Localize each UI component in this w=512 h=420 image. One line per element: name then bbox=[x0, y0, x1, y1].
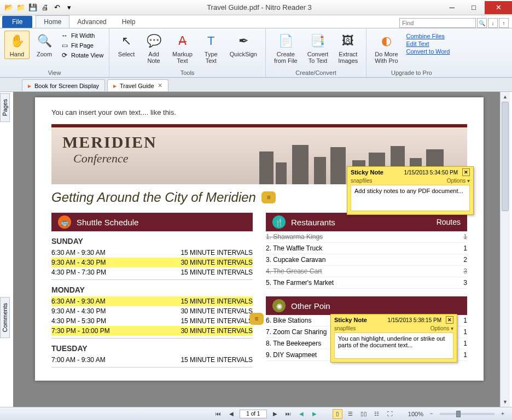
sticky-options-button[interactable]: Options ▾ bbox=[447, 178, 470, 184]
side-tab-comments[interactable]: Comments bbox=[0, 297, 10, 338]
continuous-icon[interactable]: ☰ bbox=[346, 409, 356, 419]
extract-images-button[interactable]: 🖼Extract Images bbox=[334, 31, 362, 66]
zoom-in-icon[interactable]: + bbox=[498, 409, 508, 419]
prev-page-icon[interactable]: ◀ bbox=[226, 409, 236, 419]
first-page-icon[interactable]: ⏮ bbox=[213, 409, 223, 419]
doc-tab-label: Book for Screen Display bbox=[34, 83, 99, 89]
sticky-close-icon[interactable]: ✕ bbox=[462, 168, 470, 176]
find-search-icon[interactable]: 🔍 bbox=[477, 18, 487, 28]
do-more-pro-button[interactable]: ◐Do More With Pro bbox=[371, 31, 402, 66]
hand-tool-button[interactable]: ✋ Hand bbox=[4, 31, 30, 59]
sticky-options-button[interactable]: Options ▾ bbox=[430, 325, 453, 331]
facing-cont-icon[interactable]: ☷ bbox=[372, 409, 382, 419]
zoom-knob[interactable] bbox=[456, 411, 461, 417]
restaurant-name: 3. Cupcake Caravan bbox=[266, 256, 325, 264]
restaurant-name: 1. Shawarma Kings bbox=[266, 233, 323, 241]
schedule-row: 7:30 PM - 10:00 PM30 MINUTE INTERVALS bbox=[51, 326, 253, 336]
day-heading: MONDAY bbox=[51, 285, 253, 294]
other-name: 8. The Beekeepers bbox=[266, 340, 321, 347]
scroll-thumb[interactable] bbox=[502, 102, 509, 211]
zoom-button[interactable]: 🔍 Zoom bbox=[32, 31, 57, 59]
type-text-button[interactable]: TType Text bbox=[199, 31, 224, 66]
sticky-note-2[interactable]: Sticky Note 1/15/2013 5:38:15 PM ✕ snapf… bbox=[330, 314, 457, 363]
side-tabs: Pages Comments bbox=[0, 93, 12, 341]
schedule-time: 9:30 AM - 4:30 PM bbox=[51, 259, 106, 266]
doc-tab-travel[interactable]: ▸ Travel Guide ✕ bbox=[107, 79, 168, 91]
schedule-interval: 15 MINUTE INTERVALS bbox=[181, 356, 253, 364]
routes-label: Routes bbox=[437, 218, 461, 226]
close-tab-icon[interactable]: ✕ bbox=[158, 82, 162, 89]
select-button[interactable]: ↖Select bbox=[114, 31, 139, 59]
type-text-icon: T bbox=[202, 32, 220, 50]
vertical-scrollbar[interactable]: ▲ ▼ bbox=[500, 92, 510, 407]
fit-page-button[interactable]: ▭Fit Page bbox=[59, 40, 104, 50]
single-page-icon[interactable]: ▯ bbox=[333, 409, 342, 419]
restaurant-row: 1. Shawarma Kings1 bbox=[266, 231, 467, 243]
group-view-label: View bbox=[4, 68, 104, 76]
edit-text-link[interactable]: Edit Text bbox=[406, 40, 450, 47]
find-box: 🔍 ↓ ↑ bbox=[399, 18, 509, 28]
side-tab-pages[interactable]: Pages bbox=[0, 93, 10, 122]
page-input[interactable] bbox=[240, 410, 267, 418]
back-icon[interactable]: ◀ bbox=[296, 409, 306, 419]
add-note-button[interactable]: 💬Add Note bbox=[141, 31, 166, 66]
restaurant-row: 5. The Farmer's Market3 bbox=[266, 277, 467, 289]
file-tab[interactable]: File bbox=[2, 16, 32, 28]
scroll-down-icon[interactable]: ▼ bbox=[501, 397, 510, 407]
group-upgrade-label: Upgrade to Pro bbox=[371, 68, 452, 76]
shuttle-icon: 🚌 bbox=[58, 215, 71, 229]
quicksign-button[interactable]: ✒QuickSign bbox=[226, 31, 261, 59]
schedule-interval: 15 MINUTE INTERVALS bbox=[181, 249, 253, 256]
create-from-file-button[interactable]: 📄Create from File bbox=[270, 31, 301, 66]
forward-icon[interactable]: ▶ bbox=[310, 409, 319, 419]
create-icon: 📄 bbox=[277, 32, 294, 50]
sticky-body[interactable]: Add sticky notes to any PDF document... bbox=[351, 185, 470, 211]
convert-to-text-button[interactable]: 📑Convert To Text bbox=[304, 31, 333, 66]
sticky-callout-icon[interactable]: ≡ bbox=[261, 191, 276, 203]
sticky-note-1[interactable]: Sticky Note 1/15/2013 5:34:50 PM ✕ snapf… bbox=[347, 166, 474, 215]
next-page-icon[interactable]: ▶ bbox=[270, 409, 280, 419]
facing-icon[interactable]: ▯▯ bbox=[359, 409, 369, 419]
print-icon[interactable]: 🖨 bbox=[39, 2, 50, 13]
qat-more-icon[interactable]: ▾ bbox=[63, 2, 74, 13]
sticky-callout-icon-2[interactable]: ≡ bbox=[249, 313, 264, 325]
window-title: Travel Guide.pdf - Nitro Reader 3 bbox=[78, 3, 441, 11]
minimize-button[interactable]: ─ bbox=[441, 1, 463, 14]
zoom-out-icon[interactable]: − bbox=[427, 409, 437, 419]
find-next-icon[interactable]: ↑ bbox=[499, 18, 509, 28]
heading-text: Getting Around the City of Meridien bbox=[51, 190, 256, 205]
tab-advanced[interactable]: Advanced bbox=[69, 16, 114, 28]
rotate-view-button[interactable]: ⟳Rotate View bbox=[59, 50, 104, 60]
sticky-body[interactable]: You can highlight, underline or strike o… bbox=[334, 332, 453, 359]
schedule-row: 9:30 AM - 4:30 PM30 MINUTE INTERVALS bbox=[51, 258, 253, 267]
close-button[interactable]: ✕ bbox=[485, 1, 512, 14]
open-icon[interactable]: 📂 bbox=[3, 2, 14, 13]
select-label: Select bbox=[118, 51, 135, 57]
fit-width-button[interactable]: ↔Fit Width bbox=[59, 31, 104, 40]
find-prev-icon[interactable]: ↓ bbox=[488, 18, 498, 28]
sticky-close-icon[interactable]: ✕ bbox=[446, 316, 453, 324]
group-tools-label: Tools bbox=[114, 68, 261, 76]
save-icon[interactable]: 💾 bbox=[27, 2, 38, 13]
undo-icon[interactable]: ↶ bbox=[51, 2, 62, 13]
document-tab-strip: ▸ Book for Screen Display ▸ Travel Guide… bbox=[0, 78, 512, 92]
find-input[interactable] bbox=[399, 18, 476, 28]
markup-button[interactable]: A̶Markup Text bbox=[168, 31, 196, 66]
doc-tab-book[interactable]: ▸ Book for Screen Display bbox=[22, 79, 105, 91]
new-icon[interactable]: 📁 bbox=[15, 2, 26, 13]
combine-files-link[interactable]: Combine Files bbox=[406, 33, 450, 39]
tab-home[interactable]: Home bbox=[36, 15, 69, 28]
fullscreen-icon[interactable]: ⛶ bbox=[385, 409, 395, 419]
document-viewport[interactable]: You can insert your own text.... like th… bbox=[13, 92, 510, 407]
tab-help[interactable]: Help bbox=[114, 16, 143, 28]
zoom-value: 100% bbox=[408, 411, 423, 417]
scroll-up-icon[interactable]: ▲ bbox=[501, 92, 510, 102]
signature-icon: ✒ bbox=[235, 32, 252, 50]
last-page-icon[interactable]: ⏭ bbox=[283, 409, 293, 419]
zoom-slider[interactable] bbox=[440, 413, 494, 415]
convert-word-link[interactable]: Convert to Word bbox=[406, 48, 450, 55]
schedule-row: 6:30 AM - 9:30 AM15 MINUTE INTERVALS bbox=[51, 296, 253, 306]
window-controls: ─ □ ✕ bbox=[441, 1, 512, 14]
maximize-button[interactable]: □ bbox=[463, 1, 485, 14]
sticky-timestamp: 1/15/2013 5:34:50 PM bbox=[404, 170, 458, 176]
